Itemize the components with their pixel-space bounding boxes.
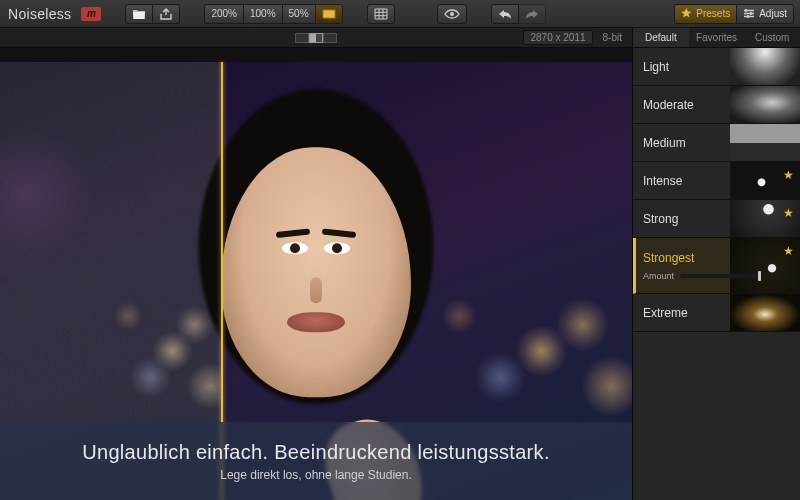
preset-thumb-icon (730, 86, 800, 123)
folder-icon (132, 8, 146, 20)
presets-mode-button[interactable]: Presets (674, 4, 737, 24)
zoom-100-button[interactable]: 100% (243, 4, 283, 24)
subtab-default[interactable]: Default (633, 28, 689, 47)
redo-button[interactable] (518, 4, 546, 24)
preset-strongest[interactable]: Strongest ★ Amount + 100 (633, 238, 800, 294)
file-group (125, 4, 180, 24)
amount-label: Amount (643, 271, 674, 281)
zoom-fit-button[interactable] (315, 4, 343, 24)
app-logo: m (81, 7, 101, 21)
history-group (491, 4, 546, 24)
image-dimensions: 2870 x 2011 (523, 30, 592, 45)
preset-medium[interactable]: Medium ★ (633, 124, 800, 162)
preset-label: Medium (643, 136, 686, 150)
preset-subtabs: Default Favorites Custom (632, 28, 800, 47)
open-button[interactable] (125, 4, 153, 24)
preset-strong[interactable]: Strong ★ (633, 200, 800, 238)
share-icon (159, 8, 173, 20)
fit-screen-icon (322, 9, 336, 19)
grid-icon (374, 8, 388, 20)
undo-button[interactable] (491, 4, 519, 24)
preset-thumb-icon (730, 48, 800, 85)
preset-moderate[interactable]: Moderate ★ (633, 86, 800, 124)
adjust-mode-label: Adjust (759, 8, 787, 19)
amount-slider[interactable] (680, 274, 761, 278)
preset-label: Moderate (643, 98, 694, 112)
undo-icon (498, 8, 512, 20)
presets-mode-label: Presets (696, 8, 730, 19)
side-by-side-icon (323, 33, 337, 43)
preset-thumb-icon (730, 294, 800, 331)
presets-panel: Light ★ Moderate ★ Medium ★ Intense ★ St… (632, 48, 800, 500)
preset-intense[interactable]: Intense ★ (633, 162, 800, 200)
image-canvas[interactable]: Unglaublich einfach. Beeindruckend leist… (0, 48, 632, 500)
favorite-star-icon[interactable]: ★ (783, 244, 794, 258)
preview-button[interactable] (437, 4, 467, 24)
preset-light[interactable]: Light ★ (633, 48, 800, 86)
status-bar: 2870 x 2011 8-bit Default Favorites Cust… (0, 28, 800, 48)
preset-thumb-icon (730, 124, 800, 161)
zoom-group: 200% 100% 50% (204, 4, 342, 24)
zoom-200-button[interactable]: 200% (204, 4, 244, 24)
preset-label: Strong (643, 212, 678, 226)
svg-point-1 (450, 12, 454, 16)
favorite-star-icon[interactable]: ★ (783, 206, 794, 220)
grid-button[interactable] (367, 4, 395, 24)
sliders-icon (743, 8, 755, 19)
svg-point-2 (745, 9, 748, 12)
preset-extreme[interactable]: Extreme ★ (633, 294, 800, 332)
subtab-custom[interactable]: Custom (744, 28, 800, 47)
preset-label: Strongest (643, 251, 694, 265)
preset-label: Intense (643, 174, 682, 188)
marketing-caption: Unglaublich einfach. Beeindruckend leist… (0, 422, 632, 500)
subtab-favorites[interactable]: Favorites (689, 28, 745, 47)
svg-rect-0 (323, 10, 335, 18)
compare-mode-toggle[interactable] (295, 33, 337, 43)
redo-icon (525, 8, 539, 20)
star-icon (681, 8, 692, 19)
mode-group: Presets Adjust (674, 4, 794, 24)
favorite-star-icon[interactable]: ★ (783, 168, 794, 182)
preset-label: Light (643, 60, 669, 74)
split-view-icon (309, 33, 323, 43)
caption-headline: Unglaublich einfach. Beeindruckend leist… (82, 441, 550, 464)
main-toolbar: Noiseless m 200% 100% 50% (0, 0, 800, 28)
preset-label: Extreme (643, 306, 688, 320)
image-bitdepth: 8-bit (603, 32, 622, 43)
svg-point-4 (747, 15, 750, 18)
single-view-icon (295, 33, 309, 43)
zoom-50-button[interactable]: 50% (282, 4, 316, 24)
export-button[interactable] (152, 4, 180, 24)
adjust-mode-button[interactable]: Adjust (736, 4, 794, 24)
caption-sub: Lege direkt los, ohne lange Studien. (220, 468, 411, 482)
app-title: Noiseless (6, 6, 75, 22)
eye-icon (444, 8, 460, 20)
svg-point-3 (750, 12, 753, 15)
